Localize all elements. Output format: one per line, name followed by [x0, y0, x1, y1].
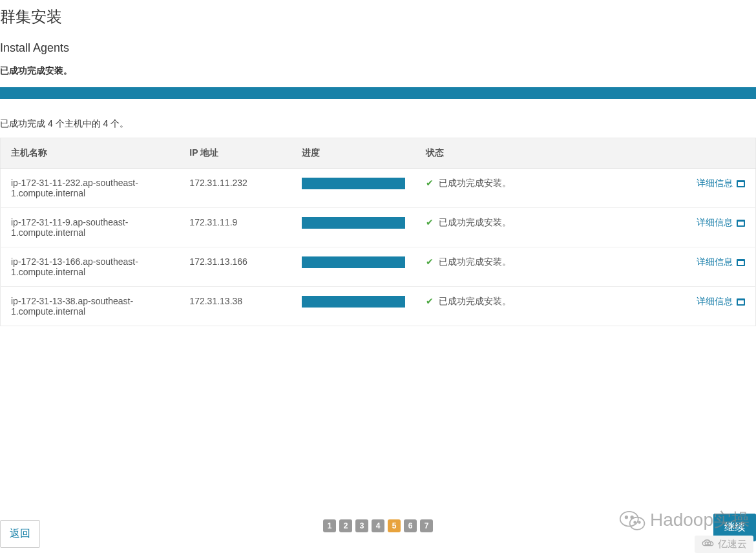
new-window-icon — [737, 180, 745, 187]
check-icon: ✔ — [426, 256, 434, 267]
detail-link[interactable]: 详细信息 — [697, 178, 745, 189]
cell-progress — [291, 169, 415, 208]
check-icon: ✔ — [426, 296, 434, 306]
cell-detail: 详细信息 — [637, 287, 756, 326]
cell-progress — [291, 247, 415, 287]
col-header-detail — [637, 138, 756, 169]
table-row: ip-172-31-11-232.ap-southeast-1.compute.… — [1, 169, 756, 208]
table-row: ip-172-31-13-38.ap-southeast-1.compute.i… — [1, 287, 756, 326]
back-button[interactable]: 返回 — [0, 520, 40, 548]
cell-hostname: ip-172-31-11-9.ap-southeast-1.compute.in… — [1, 208, 180, 247]
detail-link[interactable]: 详细信息 — [697, 217, 745, 229]
progress-bar — [302, 217, 405, 229]
hosts-table: 主机名称 IP 地址 进度 状态 ip-172-31-11-232.ap-sou… — [0, 138, 756, 326]
cell-ip: 172.31.11.232 — [179, 169, 291, 208]
install-status-message: 已成功完成安装。 — [0, 65, 756, 77]
progress-bar — [302, 256, 405, 268]
new-window-icon — [737, 220, 745, 227]
detail-link[interactable]: 详细信息 — [697, 296, 745, 308]
detail-link[interactable]: 详细信息 — [697, 256, 745, 268]
divider-bar — [0, 87, 756, 99]
cell-hostname: ip-172-31-13-166.ap-southeast-1.compute.… — [1, 247, 180, 287]
check-icon: ✔ — [426, 217, 434, 227]
col-header-status[interactable]: 状态 — [415, 138, 637, 169]
cell-detail: 详细信息 — [637, 208, 756, 247]
check-icon: ✔ — [426, 178, 434, 188]
cell-progress — [291, 287, 415, 326]
new-window-icon — [737, 259, 745, 266]
cell-status: ✔ 已成功完成安装。 — [415, 247, 637, 287]
cell-ip: 172.31.13.38 — [179, 287, 291, 326]
progress-bar — [302, 296, 405, 308]
cell-progress — [291, 208, 415, 247]
cell-detail: 详细信息 — [637, 169, 756, 208]
new-window-icon — [737, 298, 745, 306]
col-header-hostname[interactable]: 主机名称 — [1, 138, 180, 169]
progress-bar — [302, 178, 405, 189]
cell-status: ✔ 已成功完成安装。 — [415, 169, 637, 208]
continue-button[interactable]: 继续 — [713, 514, 756, 541]
cell-hostname: ip-172-31-11-232.ap-southeast-1.compute.… — [1, 169, 180, 208]
cell-hostname: ip-172-31-13-38.ap-southeast-1.compute.i… — [1, 287, 180, 326]
col-header-ip[interactable]: IP 地址 — [179, 138, 291, 169]
cell-detail: 详细信息 — [637, 247, 756, 287]
cell-status: ✔ 已成功完成安装。 — [415, 287, 637, 326]
cell-ip: 172.31.13.166 — [179, 247, 291, 287]
page-subtitle: Install Agents — [0, 41, 756, 55]
cell-status: ✔ 已成功完成安装。 — [415, 208, 637, 247]
page-title: 群集安装 — [0, 0, 756, 30]
footer: 返回 继续 — [0, 515, 756, 553]
cell-ip: 172.31.11.9 — [179, 208, 291, 247]
col-header-progress[interactable]: 进度 — [291, 138, 415, 169]
table-row: ip-172-31-13-166.ap-southeast-1.compute.… — [1, 247, 756, 287]
table-row: ip-172-31-11-9.ap-southeast-1.compute.in… — [1, 208, 756, 247]
hosts-summary-text: 已成功完成 4 个主机中的 4 个。 — [0, 118, 756, 130]
